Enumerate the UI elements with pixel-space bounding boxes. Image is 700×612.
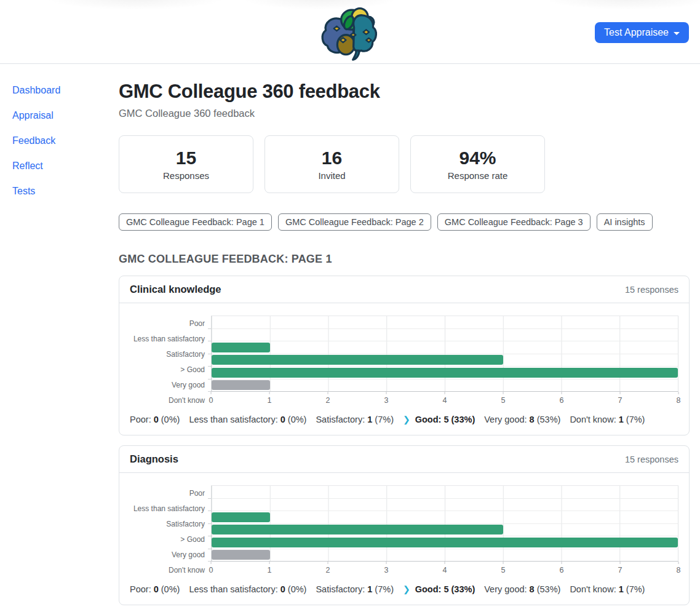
- feedback-page-1-button[interactable]: GMC Colleague Feedback: Page 1: [119, 213, 272, 231]
- x-tick-label: 2: [326, 566, 330, 574]
- stat-value: 94%: [459, 148, 496, 169]
- bar: [212, 355, 503, 365]
- main-content: GMC Colleague 360 feedback GMC Colleague…: [119, 64, 700, 612]
- chevron-right-icon: ❯: [403, 415, 410, 424]
- x-tick-label: 7: [618, 396, 622, 405]
- x-tick-label: 1: [268, 396, 272, 405]
- bar-chart: PoorLess than satisfactorySatisfactory> …: [130, 316, 678, 408]
- category-label: Poor: [130, 316, 205, 331]
- bar-row: [212, 380, 678, 392]
- x-axis-tick: 4: [443, 562, 447, 574]
- y-axis-labels: PoorLess than satisfactorySatisfactory> …: [130, 485, 211, 578]
- x-axis-tick: 0: [209, 562, 213, 574]
- x-tick-label: 5: [501, 566, 506, 574]
- x-tick-mark: [269, 562, 269, 564]
- sidebar-item-reflect[interactable]: Reflect: [12, 161, 119, 172]
- chart-responses-count: 15 responses: [625, 285, 678, 295]
- x-tick-label: 5: [501, 396, 506, 405]
- stat-value: 16: [322, 148, 342, 169]
- chart-card-body: PoorLess than satisfactorySatisfactory> …: [119, 473, 689, 605]
- bar: [212, 550, 270, 560]
- stat-label: Responses: [163, 170, 209, 181]
- section-heading: GMC COLLEAGUE FEEDBACK: PAGE 1: [119, 253, 690, 266]
- summary-item: Poor: 0 (0%): [130, 415, 180, 424]
- category-label: > Good: [130, 531, 205, 547]
- x-tick-label: 1: [268, 566, 272, 574]
- chart-title: Diagnosis: [130, 453, 178, 465]
- plot-area: [211, 485, 678, 562]
- sidebar-item-appraisal[interactable]: Appraisal: [12, 110, 119, 121]
- x-tick-mark: [269, 392, 269, 394]
- x-tick-mark: [386, 562, 386, 564]
- bar-row: [212, 549, 678, 562]
- page-subtitle: GMC Colleague 360 feedback: [119, 108, 690, 119]
- sidebar-item-dashboard[interactable]: Dashboard: [12, 85, 119, 96]
- x-axis-tick: 8: [677, 562, 681, 574]
- chart-title: Clinical knowledge: [130, 284, 221, 295]
- stats-row: 15 Responses 16 Invited 94% Response rat…: [119, 135, 690, 193]
- app-header: Test Appraisee: [0, 0, 700, 64]
- chart-card-header: Clinical knowledge 15 responses: [119, 276, 689, 303]
- bar-row: [212, 341, 678, 354]
- x-tick-label: 4: [443, 396, 447, 405]
- feedback-page-2-button[interactable]: GMC Colleague Feedback: Page 2: [278, 213, 431, 231]
- category-label: > Good: [130, 362, 205, 377]
- top-edge-artifact: [43, 0, 228, 10]
- chart-card-diagnosis: Diagnosis 15 responses PoorLess than sat…: [119, 445, 690, 605]
- stat-value: 15: [176, 148, 196, 169]
- x-axis-tick: 5: [501, 562, 506, 574]
- summary-item: Satisfactory: 1 (7%): [316, 415, 394, 424]
- brain-logo: [318, 4, 382, 63]
- sidebar-item-feedback[interactable]: Feedback: [12, 135, 119, 146]
- sidebar-nav: Dashboard Appraisal Feedback Reflect Tes…: [0, 64, 119, 612]
- x-axis-tick: 1: [268, 562, 272, 574]
- x-tick-label: 0: [209, 566, 213, 574]
- ai-insights-button[interactable]: AI insights: [597, 213, 653, 231]
- summary-item: Don't know: 1 (7%): [570, 415, 645, 424]
- stat-card-invited: 16 Invited: [264, 135, 399, 193]
- bar-row: [212, 511, 678, 524]
- bar-row: [212, 354, 678, 367]
- bar-chart: PoorLess than satisfactorySatisfactory> …: [130, 485, 678, 578]
- x-axis-tick: 2: [326, 562, 330, 574]
- page-title: GMC Colleague 360 feedback: [119, 81, 690, 103]
- bar-row: [212, 486, 678, 499]
- bar: [212, 538, 678, 547]
- x-tick-mark: [503, 392, 503, 394]
- x-axis-tick: 1: [268, 392, 272, 405]
- y-axis-labels: PoorLess than satisfactorySatisfactory> …: [130, 316, 211, 408]
- x-tick-label: 7: [618, 566, 622, 574]
- bar: [212, 512, 270, 522]
- chart-card-clinical-knowledge: Clinical knowledge 15 responses PoorLess…: [119, 276, 690, 435]
- user-menu-label: Test Appraisee: [604, 27, 669, 38]
- x-axis-tick: 0: [209, 392, 213, 405]
- x-tick-label: 3: [384, 566, 389, 574]
- x-axis-tick: 2: [326, 392, 330, 405]
- x-tick-mark: [444, 392, 445, 394]
- x-tick-label: 4: [443, 566, 447, 574]
- x-tick-label: 8: [677, 396, 681, 405]
- x-tick-mark: [619, 562, 620, 564]
- x-tick-mark: [386, 392, 386, 394]
- x-axis-tick: 7: [618, 392, 622, 405]
- chart-summary: Poor: 0 (0%)Less than satisfactory: 0 (0…: [130, 584, 678, 594]
- category-label: Don't know: [130, 392, 205, 408]
- bar: [212, 343, 270, 352]
- chart-card-body: PoorLess than satisfactorySatisfactory> …: [119, 303, 689, 435]
- plot-column: 012345678: [211, 316, 678, 408]
- x-tick-mark: [210, 562, 211, 564]
- x-tick-mark: [327, 562, 328, 564]
- bar-row: [212, 316, 678, 329]
- category-label: Very good: [130, 377, 205, 392]
- x-tick-mark: [619, 392, 620, 394]
- bar: [212, 368, 678, 378]
- stat-label: Invited: [318, 170, 345, 181]
- feedback-page-3-button[interactable]: GMC Colleague Feedback: Page 3: [437, 213, 591, 231]
- category-label: Satisfactory: [130, 516, 205, 531]
- category-label: Less than satisfactory: [130, 331, 205, 346]
- sidebar-item-tests[interactable]: Tests: [12, 186, 119, 197]
- x-axis: 012345678: [211, 562, 678, 578]
- user-menu-button[interactable]: Test Appraisee: [595, 22, 689, 43]
- x-axis-tick: 4: [443, 392, 447, 405]
- x-tick-label: 6: [560, 566, 564, 574]
